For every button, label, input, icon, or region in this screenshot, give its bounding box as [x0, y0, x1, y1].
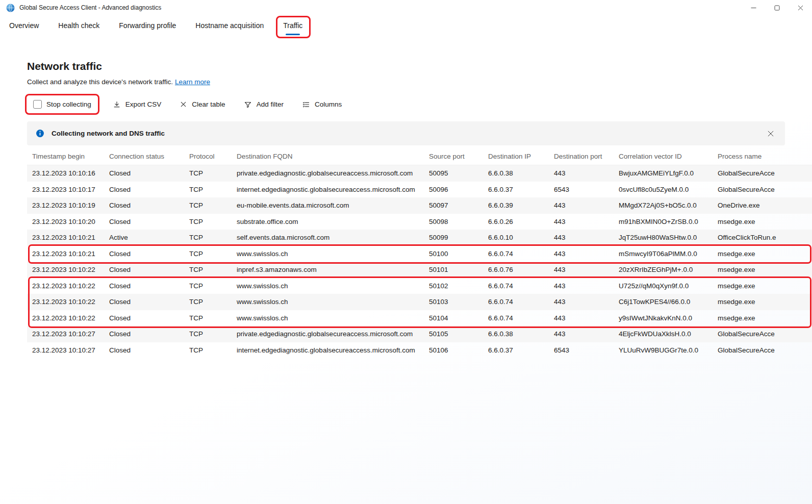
cell-destination-ip: 6.6.0.38 [483, 330, 549, 338]
cell-destination-port: 443 [549, 314, 614, 322]
table-row[interactable]: 23.12.2023 10:10:22 Closed TCP www.swiss… [27, 310, 812, 326]
cell-source-port: 50104 [424, 314, 483, 322]
table-row[interactable]: 23.12.2023 10:10:20 Closed TCP substrate… [27, 214, 812, 230]
table-row[interactable]: 23.12.2023 10:10:21 Closed TCP www.swiss… [27, 246, 812, 262]
cell-source-port: 50095 [424, 169, 483, 177]
cell-destination-port: 443 [549, 169, 614, 177]
traffic-table: Timestamp begin Connection status Protoc… [27, 148, 812, 358]
cell-destination-ip: 6.6.0.10 [483, 234, 549, 241]
table-row[interactable]: 23.12.2023 10:10:19 Closed TCP eu-mobile… [27, 197, 812, 214]
cell-correlation-vector-id: m91hBXMIN0O+ZrSB.0.0 [614, 218, 713, 225]
cell-correlation-vector-id: mSmwcyI9T06aPlMM.0.0 [614, 250, 713, 258]
cell-connection-status: Closed [104, 186, 184, 193]
filter-funnel-icon [244, 100, 252, 109]
cell-destination-ip: 6.6.0.37 [483, 346, 549, 354]
toolbar: Stop collecting Export CSV Clear table A… [28, 96, 812, 112]
cell-destination-ip: 6.6.0.37 [483, 186, 549, 193]
tab-traffic[interactable]: Traffic [282, 17, 303, 36]
cell-timestamp-begin: 23.12.2023 10:10:16 [27, 169, 104, 177]
cell-destination-ip: 6.6.0.39 [483, 201, 549, 209]
cell-process-name: msedge.exe [713, 314, 812, 322]
cell-protocol: TCP [184, 250, 232, 258]
cell-process-name: GlobalSecureAcce [713, 186, 812, 193]
cell-timestamp-begin: 23.12.2023 10:10:21 [27, 234, 104, 241]
cell-process-name: GlobalSecureAcce [713, 346, 812, 354]
cell-source-port: 50101 [424, 266, 483, 273]
tab-overview[interactable]: Overview [8, 17, 40, 36]
cell-connection-status: Active [104, 234, 184, 241]
cell-connection-status: Closed [104, 282, 184, 290]
cell-timestamp-begin: 23.12.2023 10:10:21 [27, 250, 104, 258]
cell-connection-status: Closed [104, 346, 184, 354]
download-icon [113, 100, 121, 109]
table-row[interactable]: 23.12.2023 10:10:27 Closed TCP internet.… [27, 342, 812, 359]
cell-destination-port: 443 [549, 201, 614, 209]
cell-destination-ip: 6.6.0.38 [483, 169, 549, 177]
columns-label: Columns [315, 100, 342, 108]
cell-destination-fqdn: eu-mobile.events.data.microsoft.com [232, 201, 424, 209]
stop-collecting-button[interactable]: Stop collecting [28, 96, 96, 112]
cell-process-name: OneDrive.exe [713, 201, 812, 209]
dismiss-icon [180, 100, 187, 108]
cell-destination-port: 443 [549, 218, 614, 225]
cell-correlation-vector-id: MMgdX72Aj0S+bO5c.0.0 [614, 201, 713, 209]
column-header-correlation-vector-id: Correlation vector ID [614, 153, 713, 160]
table-row[interactable]: 23.12.2023 10:10:27 Closed TCP private.e… [27, 326, 812, 342]
cell-timestamp-begin: 23.12.2023 10:10:20 [27, 218, 104, 225]
cell-destination-fqdn: private.edgediagnostic.globalsecureacces… [232, 330, 424, 338]
title-bar: Global Secure Access Client - Advanced d… [0, 0, 812, 15]
cell-timestamp-begin: 23.12.2023 10:10:22 [27, 266, 104, 273]
tab-health-check[interactable]: Health check [57, 17, 100, 36]
cell-connection-status: Closed [104, 266, 184, 273]
learn-more-link[interactable]: Learn more [175, 78, 210, 86]
cell-timestamp-begin: 23.12.2023 10:10:27 [27, 346, 104, 354]
window-title: Global Secure Access Client - Advanced d… [19, 4, 161, 11]
cell-destination-fqdn: www.swisslos.ch [232, 250, 424, 258]
cell-protocol: TCP [184, 298, 232, 306]
tab-bar: Overview Health check Forwarding profile… [0, 15, 812, 38]
cell-destination-fqdn: substrate.office.com [232, 218, 424, 225]
app-globe-icon [6, 4, 15, 12]
cell-connection-status: Closed [104, 250, 184, 258]
table-row[interactable]: 23.12.2023 10:10:16 Closed TCP private.e… [27, 165, 812, 182]
cell-destination-ip: 6.6.0.74 [483, 298, 549, 306]
cell-destination-ip: 6.6.0.74 [483, 314, 549, 322]
table-row[interactable]: 23.12.2023 10:10:21 Active TCP self.even… [27, 230, 812, 246]
add-filter-button[interactable]: Add filter [242, 97, 286, 112]
tab-forwarding-profile[interactable]: Forwarding profile [118, 17, 177, 36]
columns-button[interactable]: Columns [300, 97, 344, 112]
cell-correlation-vector-id: BwjuxAMGMEiYLfgF.0.0 [614, 169, 713, 177]
cell-timestamp-begin: 23.12.2023 10:10:22 [27, 282, 104, 290]
export-csv-button[interactable]: Export CSV [111, 97, 164, 112]
clear-table-button[interactable]: Clear table [177, 97, 227, 111]
table-row[interactable]: 23.12.2023 10:10:17 Closed TCP internet.… [27, 182, 812, 198]
cell-correlation-vector-id: U725z//qM0qXyn9f.0.0 [614, 282, 713, 290]
table-row[interactable]: 23.12.2023 10:10:22 Closed TCP www.swiss… [27, 278, 812, 294]
table-row[interactable]: 23.12.2023 10:10:22 Closed TCP inpref.s3… [27, 262, 812, 278]
table-body: 23.12.2023 10:10:16 Closed TCP private.e… [27, 165, 812, 358]
close-button[interactable] [789, 0, 812, 15]
add-filter-label: Add filter [257, 100, 284, 108]
cell-source-port: 50102 [424, 282, 483, 290]
minimize-button[interactable] [742, 0, 765, 15]
cell-destination-port: 6543 [549, 186, 614, 193]
cell-destination-ip: 6.6.0.74 [483, 282, 549, 290]
cell-destination-fqdn: inpref.s3.amazonaws.com [232, 266, 424, 273]
cell-destination-port: 6543 [549, 346, 614, 354]
table-row[interactable]: 23.12.2023 10:10:22 Closed TCP www.swiss… [27, 294, 812, 310]
cell-destination-fqdn: self.events.data.microsoft.com [232, 234, 424, 241]
maximize-button[interactable] [765, 0, 789, 15]
cell-source-port: 50096 [424, 186, 483, 193]
column-header-source-port: Source port [424, 153, 483, 160]
page-subtitle: Collect and analyze this device's networ… [27, 78, 812, 86]
stop-collecting-checkbox[interactable] [33, 100, 42, 109]
cell-correlation-vector-id: C6j1TowKPES4//66.0.0 [614, 298, 713, 306]
banner-close-button[interactable] [765, 128, 776, 139]
column-header-destination-port: Destination port [549, 153, 614, 160]
cell-connection-status: Closed [104, 330, 184, 338]
column-header-protocol: Protocol [184, 153, 232, 160]
cell-destination-port: 443 [549, 250, 614, 258]
cell-connection-status: Closed [104, 314, 184, 322]
tab-hostname-acquisition[interactable]: Hostname acquisition [194, 17, 265, 36]
cell-process-name: msedge.exe [713, 298, 812, 306]
